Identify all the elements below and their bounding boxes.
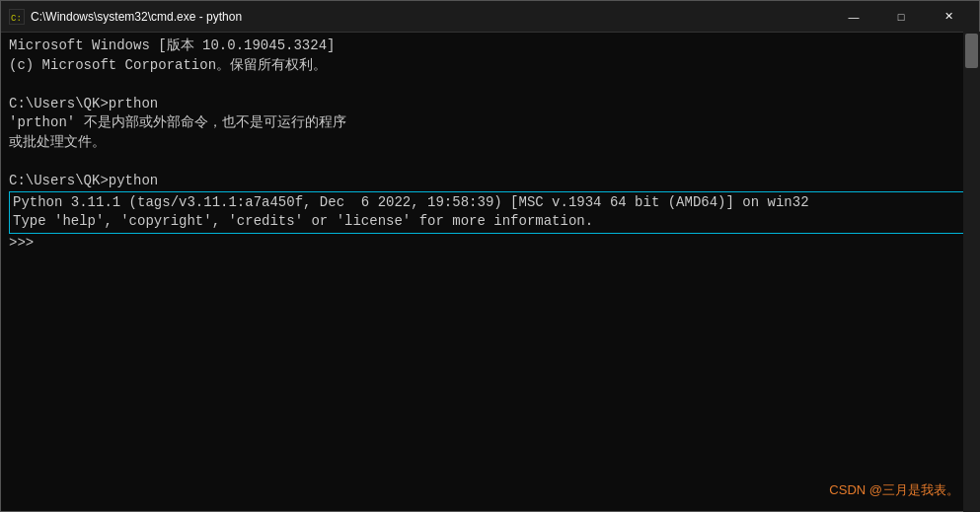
line-1: Microsoft Windows [版本 10.0.19045.3324] xyxy=(9,37,971,56)
console-output[interactable]: Microsoft Windows [版本 10.0.19045.3324] (… xyxy=(1,33,979,511)
python-info-line1: Python 3.11.1 (tags/v3.11.1:a7a450f, Dec… xyxy=(13,193,967,213)
close-button[interactable]: ✕ xyxy=(926,1,971,33)
python-prompt: >>> xyxy=(9,234,971,254)
cmd-window: C: C:\Windows\system32\cmd.exe - python … xyxy=(0,0,980,512)
window-title: C:\Windows\system32\cmd.exe - python xyxy=(31,10,242,24)
line-4: C:\Users\QK>prthon xyxy=(9,95,971,114)
scrollbar[interactable] xyxy=(963,32,980,512)
title-bar: C: C:\Windows\system32\cmd.exe - python … xyxy=(1,1,979,33)
minimize-button[interactable]: — xyxy=(831,1,876,33)
python-highlighted-block: Python 3.11.1 (tags/v3.11.1:a7a450f, Dec… xyxy=(9,191,971,234)
scrollbar-thumb[interactable] xyxy=(965,34,978,68)
title-bar-controls: — □ ✕ xyxy=(831,1,971,33)
watermark-author: 三月是我表。 xyxy=(882,482,959,497)
svg-text:C:: C: xyxy=(11,14,22,24)
line-7 xyxy=(9,153,971,173)
line-5: 'prthon' 不是内部或外部命令，也不是可运行的程序 xyxy=(9,113,971,133)
line-2: (c) Microsoft Corporation。保留所有权利。 xyxy=(9,56,971,76)
line-3 xyxy=(9,75,971,95)
cmd-icon: C: xyxy=(9,9,25,25)
watermark-prefix: CSDN @ xyxy=(829,482,882,497)
maximize-button[interactable]: □ xyxy=(878,1,924,33)
line-8: C:\Users\QK>python xyxy=(9,172,971,191)
title-bar-left: C: C:\Windows\system32\cmd.exe - python xyxy=(9,9,242,25)
line-6: 或批处理文件。 xyxy=(9,133,971,153)
python-info-line2: Type 'help', 'copyright', 'credits' or '… xyxy=(13,212,967,232)
watermark: CSDN @三月是我表。 xyxy=(829,481,959,499)
